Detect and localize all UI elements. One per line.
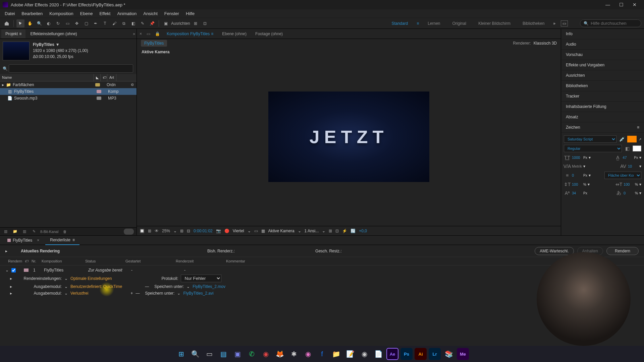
zoom-level[interactable]: 25% [162,229,170,233]
output-path-link[interactable]: FlyByTitles_2.avi [183,291,213,296]
media-encoder-icon[interactable]: Me [457,348,469,360]
lightroom-icon[interactable]: Lr [429,348,441,360]
project-item-folder[interactable]: ▸ 📁 Farbflächen Ordn ⛭ [0,81,137,88]
explorer-icon[interactable]: ▤ [217,348,229,360]
menu-effect[interactable]: Effekt [96,10,114,17]
pen-tool[interactable]: ✒ [92,19,100,27]
panel-paragraph[interactable]: Absatz [561,112,644,122]
stroke-mode-select[interactable]: Fläche über Kon... [604,172,641,179]
transparency-icon[interactable]: ▦ [261,229,265,233]
close-button[interactable]: ✕ [628,1,641,9]
toggle-icon[interactable] [124,229,134,235]
workspace-libraries[interactable]: Bibliotheken [519,20,548,27]
zoom-tool[interactable]: 🔍 [35,19,43,27]
kerning[interactable]: Metrik [572,164,582,168]
col-tag-icon[interactable]: 🏷 [101,74,107,81]
add-output-icon[interactable]: + [130,291,133,296]
3d-icon[interactable]: 🔄 [351,229,356,233]
panel-tracker[interactable]: Tracker [561,91,644,102]
obs-icon[interactable]: ◉ [358,348,370,360]
pixel-icon[interactable]: ⊡ [335,229,339,233]
viewer-close-icon[interactable]: × [140,32,142,36]
comp-thumbnail[interactable] [3,42,30,60]
label-icon[interactable] [97,97,101,100]
snap-grid[interactable]: ⊡ [201,19,209,27]
search-button[interactable]: 🔍 [189,348,201,360]
render-settings-link[interactable]: Optimale Einstellungen [70,276,112,281]
text-tool[interactable]: T [101,19,109,27]
col-nr[interactable]: Nr. [29,258,39,264]
twirl-icon[interactable]: ▸ [2,82,4,87]
workspace-learn[interactable]: Lernen [424,20,443,27]
settings-dropdown-icon[interactable]: ⌄ [64,276,68,281]
menu-window[interactable]: Fenster [161,10,182,17]
label-icon[interactable] [95,83,100,86]
menu-animation[interactable]: Animation [114,10,140,17]
project-search-input[interactable] [9,64,133,73]
fill-color-swatch[interactable] [627,136,637,142]
interpret-icon[interactable]: ▥ [3,229,9,235]
tab-timeline[interactable]: FlyByTitles × [3,236,44,245]
snapshot-icon[interactable]: 📷 [216,229,221,233]
views-dropdown[interactable]: 1 Ansi... [305,229,319,233]
share-icon[interactable]: ⊞ [329,229,332,233]
rect-tool[interactable]: ▢ [82,19,90,27]
app-icon[interactable]: ◉ [260,348,272,360]
task-view-button[interactable]: ▭ [203,348,215,360]
illustrator-icon[interactable]: Ai [415,348,427,360]
drop-icon[interactable]: ▾ [639,191,641,195]
drop-icon[interactable]: ▾ [639,164,641,169]
new-folder-icon[interactable]: 📁 [12,229,18,235]
render-checkbox[interactable] [11,268,16,273]
start-button[interactable]: ⊞ [175,348,187,360]
col-type[interactable]: Art [107,74,116,81]
snap-options[interactable]: ⊞ [192,19,200,27]
panel-content-aware[interactable]: Inhaltsbasierte Füllung [561,102,644,112]
col-rendertime[interactable]: Renderzeit [173,258,223,264]
eyedropper-icon[interactable]: 💉 [619,136,625,142]
twirl-icon[interactable]: ▸ [5,249,7,253]
workspace-overflow-icon[interactable]: » [553,21,555,26]
photoshop-icon[interactable]: Ps [400,348,413,360]
resolution-dropdown[interactable]: Viertel [233,229,244,233]
workspace-standard[interactable]: Standard [388,20,411,27]
panel-overflow-icon[interactable]: » [133,32,135,36]
baseline[interactable]: 34 [572,191,582,195]
panel-menu-icon[interactable]: ≡ [637,125,639,130]
panel-preview[interactable]: Vorschau [561,50,644,60]
project-item-comp[interactable]: ▥ FlyByTitles Komp [0,88,137,95]
col-comp[interactable]: Komposition [39,258,83,264]
channel-icon[interactable]: 🔴 [224,229,229,233]
remove-output-icon[interactable]: — [136,291,140,296]
composition-viewer[interactable]: Aktive Kamera JETZT [137,48,561,226]
leading[interactable]: 47 [623,156,633,160]
notes-icon[interactable]: 📝 [344,348,356,360]
drop-icon[interactable]: ▾ [588,182,590,187]
maximize-button[interactable]: ☐ [614,1,628,9]
stroke-color-swatch[interactable] [633,145,641,152]
col-tag-icon[interactable]: 🏷 [22,258,29,264]
adjust-icon[interactable]: ✎ [31,229,37,235]
viewer-link-icon[interactable]: ▭ [147,32,150,36]
timecode[interactable]: 0:00:01:02 [194,229,213,233]
camera-tool[interactable]: ▭ [63,19,71,27]
tab-project[interactable]: Projekt ≡ [1,29,25,38]
remove-output-icon[interactable]: — [145,284,149,289]
comp-dropdown-icon[interactable]: ▼ [56,42,60,48]
workspace-original[interactable]: Original [449,20,470,27]
panel-align[interactable]: Ausrichten [561,70,644,81]
drop-icon[interactable]: ▾ [589,173,591,178]
hscale[interactable]: 100 [624,182,634,186]
workspace-panel-icon[interactable]: ▭ [561,20,568,26]
help-search[interactable]: 🔍 [580,19,641,27]
tsume[interactable]: 0 [624,191,634,195]
col-comment[interactable]: Kommentar [223,258,248,264]
puppet-tool[interactable]: 📌 [148,19,156,27]
breadcrumb[interactable]: FlyByTitles [141,40,167,47]
brush-tool[interactable]: 🖌 [110,19,118,27]
guide-icon[interactable]: ⊟ [187,229,190,233]
tracking[interactable]: 10 [628,164,638,168]
output-path-link[interactable]: FlyByTitles_2.mov [193,284,225,289]
messenger-icon[interactable]: ◉ [302,348,314,360]
menu-composition[interactable]: Komposition [46,10,77,17]
